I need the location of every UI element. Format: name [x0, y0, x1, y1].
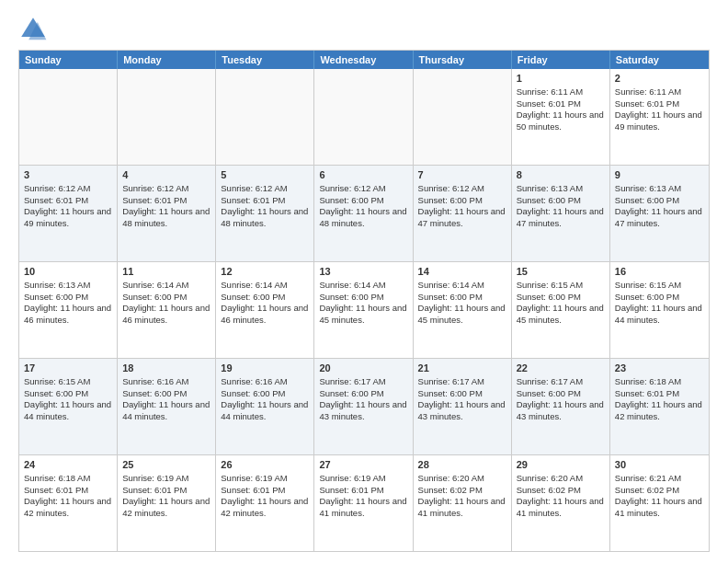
day-number: 13 — [319, 265, 407, 279]
day-number: 14 — [418, 265, 506, 279]
day-info: Sunrise: 6:15 AM — [517, 280, 583, 290]
calendar-cell: 5Sunrise: 6:12 AMSunset: 6:01 PMDaylight… — [216, 166, 314, 261]
day-info: Sunset: 6:00 PM — [319, 388, 383, 398]
calendar-cell: 13Sunrise: 6:14 AMSunset: 6:00 PMDayligh… — [314, 262, 413, 358]
calendar-cell: 3Sunrise: 6:12 AMSunset: 6:01 PMDaylight… — [19, 166, 118, 261]
calendar-row: 3Sunrise: 6:12 AMSunset: 6:01 PMDaylight… — [19, 166, 709, 262]
calendar-cell: 12Sunrise: 6:14 AMSunset: 6:00 PMDayligh… — [216, 262, 314, 358]
calendar-cell: 27Sunrise: 6:19 AMSunset: 6:01 PMDayligh… — [314, 455, 413, 551]
calendar-cell-empty — [414, 69, 512, 165]
day-info: Sunset: 6:01 PM — [615, 388, 679, 398]
day-number: 24 — [24, 458, 112, 472]
calendar-header-cell: Tuesday — [216, 51, 314, 69]
logo — [18, 15, 51, 44]
calendar-row: 17Sunrise: 6:15 AMSunset: 6:00 PMDayligh… — [19, 359, 709, 455]
day-info: Sunset: 6:00 PM — [615, 292, 679, 302]
calendar-header-cell: Friday — [512, 51, 610, 69]
calendar-body: 1Sunrise: 6:11 AMSunset: 6:01 PMDaylight… — [19, 69, 709, 551]
day-info: Sunset: 6:00 PM — [24, 388, 88, 398]
day-info: Sunrise: 6:17 AM — [517, 376, 583, 386]
calendar-header-cell: Thursday — [414, 51, 512, 69]
day-info: Daylight: 11 hours and 50 minutes. — [517, 109, 604, 132]
day-info: Sunrise: 6:21 AM — [615, 473, 681, 483]
day-info: Sunrise: 6:11 AM — [615, 86, 681, 97]
day-info: Sunrise: 6:20 AM — [517, 473, 583, 483]
calendar-cell: 16Sunrise: 6:15 AMSunset: 6:00 PMDayligh… — [610, 262, 709, 358]
day-number: 3 — [24, 168, 112, 182]
day-info: Daylight: 11 hours and 41 minutes. — [517, 496, 604, 518]
calendar-cell: 4Sunrise: 6:12 AMSunset: 6:01 PMDaylight… — [118, 166, 216, 261]
day-info: Sunset: 6:00 PM — [517, 388, 581, 398]
day-info: Sunrise: 6:14 AM — [221, 280, 287, 290]
day-info: Sunrise: 6:19 AM — [319, 473, 385, 483]
day-info: Sunrise: 6:13 AM — [24, 280, 90, 290]
day-info: Daylight: 11 hours and 42 minutes. — [221, 496, 308, 518]
day-info: Daylight: 11 hours and 46 minutes. — [122, 303, 210, 325]
day-info: Daylight: 11 hours and 46 minutes. — [221, 303, 308, 325]
day-info: Sunset: 6:00 PM — [418, 388, 483, 398]
day-number: 12 — [221, 265, 309, 279]
day-number: 18 — [122, 362, 210, 375]
day-info: Sunset: 6:00 PM — [517, 292, 581, 302]
day-info: Sunset: 6:01 PM — [221, 485, 285, 495]
calendar-cell: 23Sunrise: 6:18 AMSunset: 6:01 PMDayligh… — [610, 359, 709, 454]
day-info: Sunrise: 6:13 AM — [615, 183, 681, 193]
calendar-cell: 9Sunrise: 6:13 AMSunset: 6:00 PMDaylight… — [610, 166, 709, 261]
day-number: 4 — [122, 168, 210, 182]
day-number: 5 — [221, 168, 309, 182]
day-info: Sunset: 6:00 PM — [319, 292, 383, 302]
day-number: 7 — [418, 168, 506, 182]
calendar-header-cell: Monday — [118, 51, 216, 69]
day-number: 8 — [517, 168, 605, 182]
day-number: 22 — [517, 362, 605, 375]
day-number: 23 — [615, 362, 704, 375]
day-info: Daylight: 11 hours and 45 minutes. — [517, 303, 604, 325]
day-info: Sunset: 6:00 PM — [122, 292, 187, 302]
day-info: Sunset: 6:00 PM — [24, 292, 88, 302]
day-info: Daylight: 11 hours and 48 minutes. — [122, 206, 210, 228]
day-info: Sunrise: 6:11 AM — [517, 86, 583, 97]
day-info: Daylight: 11 hours and 48 minutes. — [319, 206, 406, 228]
day-info: Sunset: 6:00 PM — [517, 195, 581, 205]
day-info: Sunset: 6:00 PM — [418, 195, 483, 205]
day-info: Sunrise: 6:14 AM — [418, 280, 484, 290]
calendar-cell: 28Sunrise: 6:20 AMSunset: 6:02 PMDayligh… — [414, 455, 512, 551]
day-number: 25 — [122, 458, 210, 472]
day-info: Sunrise: 6:14 AM — [319, 280, 385, 290]
day-info: Sunrise: 6:15 AM — [615, 280, 681, 290]
day-number: 17 — [24, 362, 112, 375]
day-number: 15 — [517, 265, 605, 279]
day-info: Daylight: 11 hours and 43 minutes. — [517, 399, 604, 421]
page-header — [18, 15, 710, 44]
calendar-cell: 15Sunrise: 6:15 AMSunset: 6:00 PMDayligh… — [512, 262, 610, 358]
calendar-cell: 20Sunrise: 6:17 AMSunset: 6:00 PMDayligh… — [314, 359, 413, 454]
day-number: 11 — [122, 265, 210, 279]
day-info: Daylight: 11 hours and 44 minutes. — [615, 303, 702, 325]
day-info: Daylight: 11 hours and 47 minutes. — [615, 206, 702, 228]
day-info: Daylight: 11 hours and 41 minutes. — [615, 496, 702, 518]
day-info: Sunrise: 6:14 AM — [122, 280, 188, 290]
calendar-cell: 2Sunrise: 6:11 AMSunset: 6:01 PMDaylight… — [610, 69, 709, 165]
calendar: SundayMondayTuesdayWednesdayThursdayFrid… — [18, 50, 710, 552]
day-info: Sunset: 6:00 PM — [122, 388, 187, 398]
day-info: Sunset: 6:00 PM — [615, 195, 679, 205]
day-info: Daylight: 11 hours and 43 minutes. — [418, 399, 506, 421]
calendar-cell: 22Sunrise: 6:17 AMSunset: 6:00 PMDayligh… — [512, 359, 610, 454]
calendar-cell: 17Sunrise: 6:15 AMSunset: 6:00 PMDayligh… — [19, 359, 118, 454]
day-info: Sunrise: 6:19 AM — [122, 473, 188, 483]
calendar-cell-empty — [216, 69, 314, 165]
day-number: 16 — [615, 265, 704, 279]
day-info: Sunrise: 6:17 AM — [418, 376, 484, 386]
day-info: Daylight: 11 hours and 45 minutes. — [319, 303, 406, 325]
calendar-cell-empty — [314, 69, 413, 165]
day-info: Sunset: 6:02 PM — [615, 485, 679, 495]
day-info: Sunrise: 6:17 AM — [319, 376, 385, 386]
day-info: Sunset: 6:00 PM — [221, 292, 285, 302]
day-info: Daylight: 11 hours and 46 minutes. — [24, 303, 111, 325]
day-info: Daylight: 11 hours and 42 minutes. — [24, 496, 111, 518]
calendar-cell: 8Sunrise: 6:13 AMSunset: 6:00 PMDaylight… — [512, 166, 610, 261]
calendar-cell-empty — [19, 69, 118, 165]
day-info: Sunrise: 6:18 AM — [24, 473, 90, 483]
day-info: Sunrise: 6:12 AM — [418, 183, 484, 193]
calendar-header-cell: Sunday — [19, 51, 118, 69]
